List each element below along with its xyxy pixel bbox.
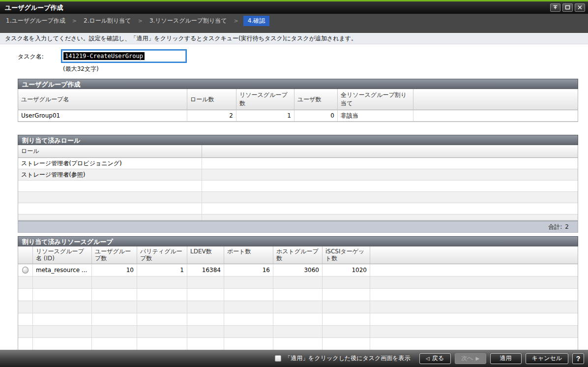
- assigned-roles-title: 割り当て済みロール: [18, 135, 578, 145]
- iscsi-target-count: 1020: [323, 264, 370, 276]
- back-arrow-icon: ◁: [426, 356, 430, 361]
- empty-row: [18, 313, 578, 326]
- col-user-count: ユーザ数: [294, 89, 338, 110]
- page-title: ユーザグループ作成: [5, 3, 550, 12]
- col-resource-group-count: リソースグループ数: [236, 89, 294, 110]
- roles-total: 合計:2: [548, 223, 569, 231]
- resource-group-row: meta_resource ... 10 1 16384 16 3060 102…: [18, 264, 578, 276]
- task-name-value: 141219-CreateUserGroup: [63, 52, 145, 60]
- show-task-screen-label: 「適用」をクリックした後にタスク画面を表示: [285, 354, 410, 363]
- step-confirm-active: 4.確認: [243, 16, 269, 26]
- breadcrumb-separator: >: [234, 18, 238, 24]
- user-group-name: UserGroup01: [18, 110, 187, 122]
- empty-row: [18, 301, 578, 313]
- breadcrumb: 1.ユーザグループ作成 > 2.ロール割り当て > 3.リソースグループ割り当て…: [4, 16, 588, 25]
- resource-group-radio[interactable]: [22, 267, 29, 274]
- role-row: ストレージ管理者(プロビジョニング): [18, 158, 578, 169]
- resource-group-name: meta_resource ...: [33, 264, 92, 276]
- col-role-count: ロール数: [187, 89, 236, 110]
- dialog-create-user-group: ユーザグループ作成 1.ユーザグループ作成 > 2.ロール割り: [0, 0, 588, 367]
- apply-button[interactable]: 適用: [490, 353, 522, 364]
- user-group-table-header: ユーザグループ名 ロール数 リソースグループ数 ユーザ数 全リソースグループ割り…: [18, 89, 578, 110]
- user-group-table-title: ユーザグループ作成: [18, 79, 578, 89]
- back-button[interactable]: ◁ 戻る: [419, 353, 451, 364]
- role-count: 2: [187, 110, 236, 122]
- step-assign-resource-groups: 3.リソースグループ割り当て: [147, 16, 229, 26]
- empty-row: [18, 214, 578, 220]
- assigned-roles-footer: 合計:2: [18, 221, 578, 233]
- empty-row: [18, 338, 578, 350]
- breadcrumb-separator: >: [138, 18, 143, 24]
- cancel-button[interactable]: キャンセル: [526, 353, 568, 364]
- empty-row: [18, 192, 578, 203]
- col-ldev-count: LDEV数: [187, 246, 224, 264]
- roles-total-value: 2: [565, 223, 569, 230]
- collapse-window-button[interactable]: [550, 3, 560, 12]
- role-name: ストレージ管理者(プロビジョニング): [18, 158, 202, 169]
- empty-row: [18, 276, 578, 289]
- user-count: 0: [294, 110, 338, 122]
- assigned-resource-groups-header: リソースグループ名 (ID) ユーザグループ数 パリティグループ数 LDEV数 …: [18, 246, 578, 264]
- task-name-label: タスク名:: [18, 50, 62, 62]
- user-group-table: ユーザグループ作成 ユーザグループ名 ロール数 リソースグループ数 ユーザ数 全…: [18, 79, 578, 122]
- user-group-count: 10: [92, 264, 137, 276]
- col-user-group-count: ユーザグループ数: [92, 246, 137, 264]
- col-role: ロール: [18, 145, 202, 158]
- col-rg-name-id: リソースグループ名 (ID): [33, 246, 92, 264]
- col-parity-group-count: パリティグループ数: [137, 246, 187, 264]
- empty-row: [18, 181, 578, 192]
- empty-row: [18, 203, 578, 214]
- empty-row: [18, 326, 578, 338]
- ldev-count: 16384: [187, 264, 224, 276]
- action-bar: 「適用」をクリックした後にタスク画面を表示 ◁ 戻る 次へ ▶ 適用 キャンセル…: [0, 350, 588, 367]
- parity-group-count: 1: [137, 264, 187, 276]
- maximize-window-button[interactable]: [562, 3, 573, 12]
- role-name: ストレージ管理者(参照): [18, 169, 202, 181]
- assigned-resource-groups-title: 割り当て済みリソースグループ: [18, 236, 578, 246]
- host-group-count: 3060: [273, 264, 323, 276]
- resource-group-count: 1: [236, 110, 294, 122]
- task-name-hint: (最大32文字): [63, 65, 578, 73]
- close-window-button[interactable]: [575, 3, 585, 12]
- close-icon: [577, 4, 583, 11]
- port-count: 16: [224, 264, 273, 276]
- main-content: タスク名: 141219-CreateUserGroup (最大32文字) ユー…: [0, 44, 588, 363]
- empty-row: [18, 289, 578, 301]
- col-port-count: ポート数: [224, 246, 273, 264]
- all-rg-assignment: 非該当: [338, 110, 413, 122]
- breadcrumb-separator: >: [72, 18, 77, 24]
- next-button[interactable]: 次へ ▶: [455, 353, 486, 364]
- maximize-icon: [565, 4, 570, 11]
- instruction-text: タスク名を入力してください。設定を確認し、「適用」をクリックするとタスクキュー(…: [0, 33, 588, 44]
- title-bar: ユーザグループ作成: [0, 1, 588, 14]
- col-user-group-name: ユーザグループ名: [18, 89, 187, 110]
- col-iscsi-target-count: iSCSIターゲット数: [323, 246, 370, 264]
- step-create-user-group: 1.ユーザグループ作成: [4, 16, 67, 26]
- col-all-rg-assignment: 全リソースグループ割り当て: [338, 89, 413, 110]
- task-name-input[interactable]: 141219-CreateUserGroup: [62, 50, 186, 62]
- wizard-steps-panel: 1.ユーザグループ作成 > 2.ロール割り当て > 3.リソースグループ割り当て…: [0, 14, 588, 33]
- help-button[interactable]: ?: [572, 353, 584, 364]
- user-group-row: UserGroup01 2 1 0 非該当: [18, 110, 578, 122]
- step-assign-roles: 2.ロール割り当て: [82, 16, 133, 26]
- role-row: ストレージ管理者(参照): [18, 169, 578, 181]
- show-task-screen-checkbox[interactable]: [275, 355, 281, 362]
- assigned-roles-header: ロール: [18, 145, 578, 158]
- next-arrow-icon: ▶: [475, 356, 479, 361]
- collapse-icon: [553, 4, 558, 11]
- col-host-group-count: ホストグループ数: [273, 246, 323, 264]
- assigned-roles-table: 割り当て済みロール ロール ストレージ管理者(プロビジョニング) ストレージ管理…: [18, 135, 578, 233]
- assigned-resource-groups-table: 割り当て済みリソースグループ リソースグループ名 (ID) ユーザグループ数 パ…: [18, 236, 578, 363]
